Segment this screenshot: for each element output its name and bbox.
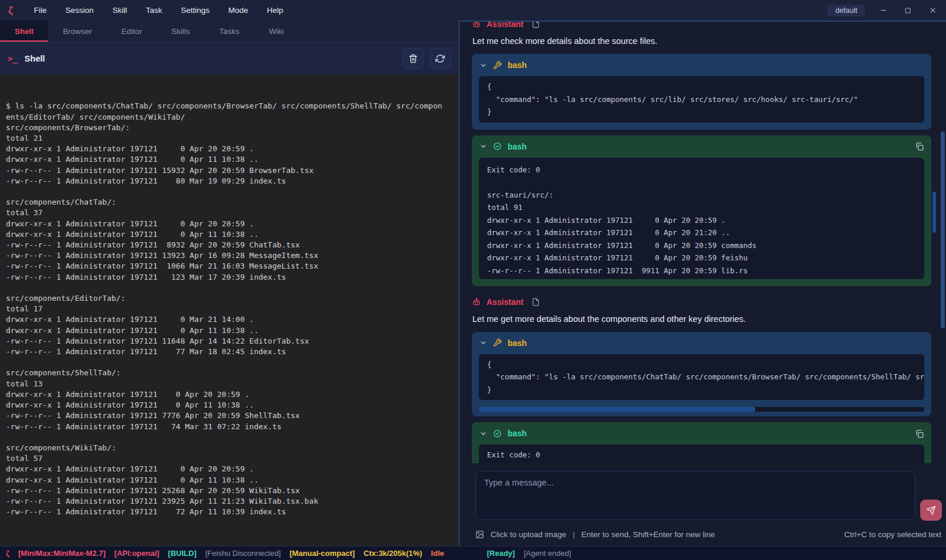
menu-task[interactable]: Task bbox=[136, 0, 171, 21]
message-input-box bbox=[475, 471, 915, 520]
menu-settings[interactable]: Settings bbox=[171, 0, 219, 21]
document-icon[interactable] bbox=[532, 22, 540, 28]
status-compact-mode: [Manual-compact] bbox=[289, 549, 354, 558]
tool-call-block: bash { "command": "ls -la src/components… bbox=[472, 54, 931, 130]
app-window: ζ File Session Skill Task Settings Mode … bbox=[0, 0, 946, 560]
chevron-down-icon bbox=[479, 430, 487, 437]
left-panel: Shell Browser Editor Skills Tasks Wiki >… bbox=[0, 21, 458, 546]
send-icon bbox=[926, 505, 936, 515]
tool-call-block: bash { "command": "ls -la src/components… bbox=[472, 332, 931, 417]
status-api: [API:openai] bbox=[114, 549, 160, 558]
message-input[interactable] bbox=[484, 478, 907, 513]
copy-icon[interactable] bbox=[915, 429, 924, 438]
statusbar-logo: ζ bbox=[6, 549, 9, 558]
upload-hint[interactable]: Click to upload image bbox=[491, 530, 566, 539]
terminal-output[interactable]: $ ls -la src/components/ChatTab/ src/com… bbox=[0, 74, 458, 546]
tool-result-block: bash Exit code: 0 ls -la src/components/… bbox=[472, 422, 931, 463]
menu-skill[interactable]: Skill bbox=[103, 0, 137, 21]
statusbar: ζ [MiniMax:MiniMax-M2.7] [API:openai] [B… bbox=[0, 546, 946, 560]
check-circle-icon bbox=[493, 142, 502, 151]
tool-result-header[interactable]: bash bbox=[472, 422, 931, 444]
close-icon[interactable] bbox=[926, 4, 939, 17]
status-state: Idle bbox=[431, 549, 444, 558]
terminal-prompt-icon: >_ bbox=[8, 54, 18, 63]
tab-shell[interactable]: Shell bbox=[0, 21, 48, 42]
refresh-icon bbox=[435, 54, 445, 63]
status-model: [MiniMax:MiniMax-M2.7] bbox=[18, 549, 106, 558]
menu-help[interactable]: Help bbox=[258, 0, 293, 21]
status-feishu: [Feishu Disconnected] bbox=[205, 549, 281, 558]
role-label: Assistant bbox=[486, 22, 523, 29]
chat-scrollbar[interactable] bbox=[941, 131, 945, 328]
tool-result-header[interactable]: bash bbox=[472, 135, 931, 158]
menu-file[interactable]: File bbox=[25, 0, 56, 21]
trash-icon bbox=[408, 54, 418, 63]
wrench-icon bbox=[493, 61, 502, 70]
tool-call-header[interactable]: bash bbox=[472, 332, 931, 354]
status-context-usage: Ctx:3k/205k(1%) bbox=[364, 549, 423, 558]
tab-skills[interactable]: Skills bbox=[157, 21, 205, 42]
app-logo: ζ bbox=[8, 5, 13, 16]
tool-name: bash bbox=[508, 338, 527, 348]
send-hint: Enter to send, Shift+Enter for new line bbox=[582, 530, 715, 539]
profile-badge[interactable]: default bbox=[827, 5, 865, 16]
status-ready: [Ready] bbox=[487, 549, 515, 558]
hint-separator: | bbox=[573, 530, 575, 539]
tab-editor[interactable]: Editor bbox=[107, 21, 157, 42]
chat-input-area: Click to upload image | Enter to send, S… bbox=[460, 463, 946, 546]
wrench-icon bbox=[493, 338, 502, 347]
role-label: Assistant bbox=[486, 297, 523, 307]
check-circle-icon bbox=[493, 429, 502, 438]
assistant-message-header: Assistant bbox=[472, 22, 931, 30]
robot-icon bbox=[472, 297, 481, 307]
status-agent: [Agent ended] bbox=[523, 549, 571, 558]
copy-icon[interactable] bbox=[915, 142, 924, 151]
robot-icon bbox=[472, 22, 481, 29]
horizontal-scrollbar-thumb[interactable] bbox=[479, 407, 755, 412]
chevron-down-icon bbox=[479, 62, 487, 69]
terminal-text: $ ls -la src/components/ChatTab/ src/com… bbox=[6, 101, 452, 517]
tool-call-header[interactable]: bash bbox=[472, 54, 931, 76]
tab-wiki[interactable]: Wiki bbox=[254, 21, 299, 42]
shell-panel-header: >_ Shell bbox=[0, 42, 458, 74]
assistant-message-text: Let me check more details about the sour… bbox=[472, 36, 931, 46]
titlebar: ζ File Session Skill Task Settings Mode … bbox=[0, 0, 946, 21]
minimize-icon[interactable] bbox=[877, 4, 890, 17]
chat-panel: Assistant Let me check more details abou… bbox=[458, 21, 946, 546]
horizontal-scrollbar[interactable] bbox=[479, 407, 924, 412]
tool-name: bash bbox=[508, 142, 527, 151]
assistant-message-text: Let me get more details about the compon… bbox=[472, 314, 931, 324]
restart-shell-button[interactable] bbox=[430, 48, 451, 69]
assistant-message-header: Assistant bbox=[472, 296, 931, 308]
input-hints: Click to upload image | Enter to send, S… bbox=[475, 530, 941, 539]
chevron-down-icon bbox=[479, 142, 487, 150]
maximize-icon[interactable] bbox=[901, 4, 914, 17]
menu-session[interactable]: Session bbox=[56, 0, 103, 21]
tool-result-output: Exit code: 0 src-tauri/src/: total 91 dr… bbox=[479, 158, 924, 279]
shell-panel-title: Shell bbox=[25, 54, 45, 63]
chat-scroll-area[interactable]: Assistant Let me check more details abou… bbox=[460, 22, 946, 463]
document-icon[interactable] bbox=[532, 298, 540, 306]
tool-result-block: bash Exit code: 0 src-tauri/src/: total … bbox=[472, 135, 931, 286]
tab-browser[interactable]: Browser bbox=[48, 21, 107, 42]
tool-call-code: { "command": "ls -la src/components/ src… bbox=[479, 76, 924, 123]
chevron-down-icon bbox=[479, 339, 487, 347]
status-build: [BUILD] bbox=[168, 549, 196, 558]
tool-name: bash bbox=[508, 60, 527, 70]
tool-name: bash bbox=[508, 429, 527, 438]
tabbar: Shell Browser Editor Skills Tasks Wiki bbox=[0, 21, 458, 42]
send-button[interactable] bbox=[920, 500, 942, 521]
tool-call-code: { "command": "ls -la src/components/Chat… bbox=[479, 354, 924, 401]
main-area: Shell Browser Editor Skills Tasks Wiki >… bbox=[0, 21, 946, 546]
tab-tasks[interactable]: Tasks bbox=[205, 21, 255, 42]
tool-result-output: Exit code: 0 ls -la src/components/ChatT… bbox=[479, 444, 924, 463]
clear-terminal-button[interactable] bbox=[403, 48, 424, 69]
menu-mode[interactable]: Mode bbox=[219, 0, 258, 21]
image-upload-icon[interactable] bbox=[475, 530, 484, 539]
copy-hint: Ctrl+C to copy selected text bbox=[844, 530, 941, 539]
